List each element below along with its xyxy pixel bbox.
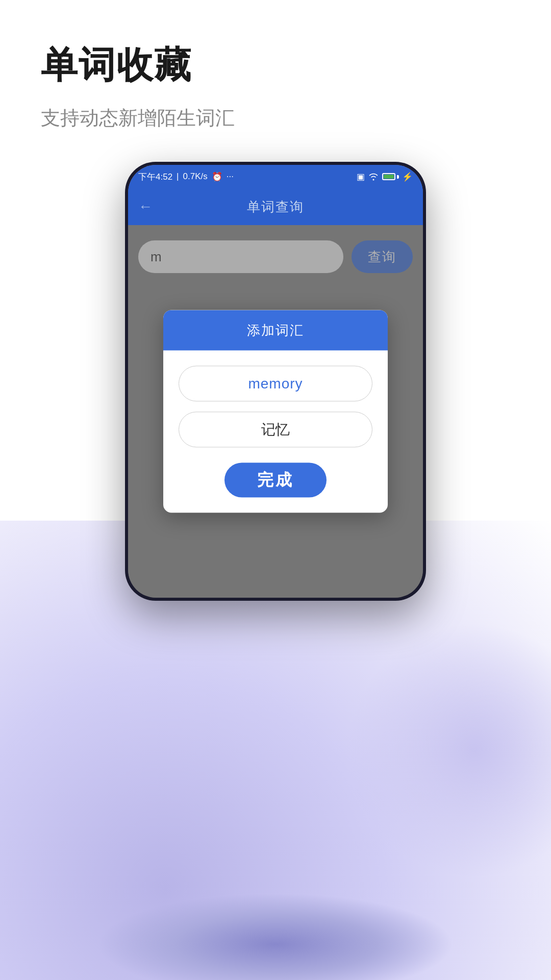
dialog-title: 添加词汇 [247,323,304,338]
page-subtitle: 支持动态新增陌生词汇 [41,105,520,131]
more-icon: ··· [227,172,234,182]
page-content: 单词收藏 支持动态新增陌生词汇 [0,0,551,131]
dialog-header: 添加词汇 [163,310,388,351]
battery-tip [397,175,399,179]
phone-mockup: 下午4:52 | 0.7K/s ⏰ ··· ▣ [125,162,426,601]
status-time: 下午4:52 [138,171,172,183]
background-blob-right [347,623,551,878]
app-header: ← 单词查询 [128,188,423,225]
phone-container: 下午4:52 | 0.7K/s ⏰ ··· ▣ [0,162,551,601]
wifi-icon [368,173,379,181]
status-left: 下午4:52 | 0.7K/s ⏰ ··· [138,171,234,183]
battery-fill [384,175,394,179]
status-network-speed: 0.7K/s [183,172,208,182]
phone-screen: 下午4:52 | 0.7K/s ⏰ ··· ▣ [128,165,423,598]
page-title: 单词收藏 [41,41,520,90]
back-button[interactable]: ← [138,199,153,215]
screen-icon: ▣ [357,172,365,182]
screen-content: 查询 添加词汇 完成 [128,225,423,598]
battery-icon [382,173,399,180]
status-right: ▣ ⚡ [357,172,413,182]
dialog-translation-input[interactable] [179,412,372,448]
dialog-body: 完成 [163,351,388,513]
status-network: | [177,172,179,182]
charging-icon: ⚡ [402,172,413,182]
add-vocabulary-dialog: 添加词汇 完成 [163,310,388,513]
dialog-word-input[interactable] [179,366,372,402]
bottom-decoration [97,893,454,980]
alarm-icon: ⏰ [212,172,222,182]
dialog-confirm-button[interactable]: 完成 [224,463,327,498]
status-bar: 下午4:52 | 0.7K/s ⏰ ··· ▣ [128,165,423,188]
app-header-title: 单词查询 [247,198,304,216]
